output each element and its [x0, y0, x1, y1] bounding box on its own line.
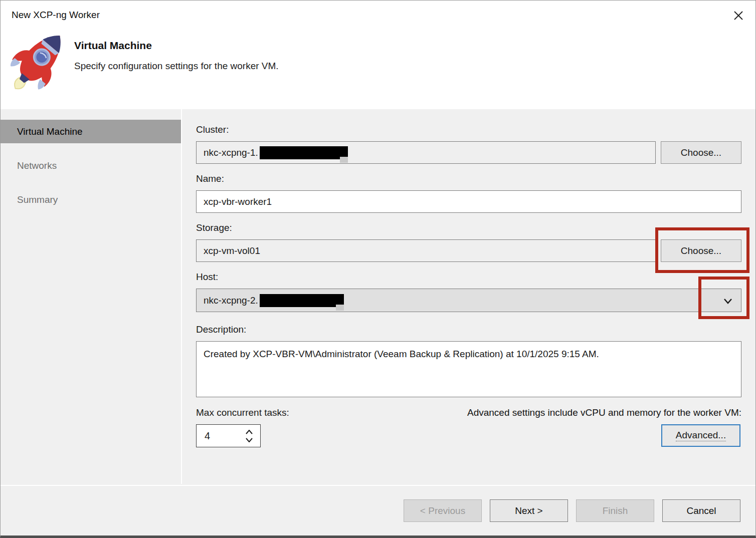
- storage-choose-button[interactable]: Choose...: [661, 239, 741, 262]
- vm-settings-form: Cluster: nkc-xcpng-1. Choose... Name: xc…: [183, 109, 756, 487]
- sidebar-item-networks[interactable]: Networks: [1, 154, 181, 177]
- chevron-down-icon[interactable]: [245, 438, 253, 442]
- chevron-up-icon[interactable]: [245, 430, 253, 434]
- name-input[interactable]: xcp-vbr-worker1: [196, 190, 741, 213]
- storage-label: Storage:: [196, 222, 232, 233]
- sidebar-item-virtual-machine[interactable]: Virtual Machine: [1, 120, 181, 143]
- wizard-steps-sidebar: Virtual Machine Networks Summary: [1, 109, 182, 484]
- spinner-arrows: [245, 430, 260, 442]
- storage-choose-label: Choose...: [681, 245, 721, 256]
- sidebar-item-label: Summary: [17, 194, 58, 205]
- description-value: Created by XCP-VBR-VM\Administrator (Vee…: [204, 349, 599, 359]
- wizard-header: New XCP-ng Worker: [1, 1, 755, 109]
- cluster-choose-label: Choose...: [681, 147, 721, 158]
- step-title: Virtual Machine: [74, 40, 152, 52]
- name-label: Name:: [196, 173, 224, 184]
- rocket-icon: [5, 27, 71, 100]
- cluster-label: Cluster:: [196, 124, 229, 135]
- description-textarea[interactable]: Created by XCP-VBR-VM\Administrator (Vee…: [196, 341, 741, 397]
- redaction-bar: [260, 146, 348, 159]
- finish-button-label: Finish: [603, 505, 628, 516]
- wizard-footer: < Previous Next > Finish Cancel: [1, 485, 755, 535]
- redaction-bar: [260, 294, 344, 307]
- cluster-value: nkc-xcpng-1.: [204, 147, 258, 158]
- close-icon: [733, 10, 744, 23]
- step-subtitle: Specify configuration settings for the w…: [74, 61, 279, 72]
- chevron-down-icon[interactable]: [723, 296, 733, 307]
- storage-field[interactable]: xcp-vm-vol01: [196, 239, 656, 262]
- max-tasks-value: 4: [197, 430, 245, 442]
- next-button[interactable]: Next >: [490, 499, 568, 522]
- sidebar-item-label: Networks: [17, 160, 57, 171]
- cluster-field[interactable]: nkc-xcpng-1.: [196, 141, 656, 164]
- advanced-button[interactable]: Advanced...: [661, 424, 740, 447]
- next-button-label: Next >: [515, 505, 542, 516]
- sidebar-item-summary[interactable]: Summary: [1, 188, 181, 211]
- name-value: xcp-vbr-worker1: [204, 196, 272, 207]
- cancel-button-label: Cancel: [686, 505, 716, 516]
- host-label: Host:: [196, 272, 218, 283]
- cluster-choose-button[interactable]: Choose...: [661, 141, 741, 164]
- finish-button: Finish: [576, 499, 654, 522]
- max-tasks-spinner[interactable]: 4: [196, 424, 261, 447]
- cancel-button[interactable]: Cancel: [662, 499, 740, 522]
- advanced-button-label: Advanced...: [676, 430, 726, 441]
- host-value: nkc-xcpng-2.: [204, 295, 258, 306]
- host-dropdown[interactable]: nkc-xcpng-2.: [196, 289, 741, 312]
- max-tasks-label: Max concurrent tasks:: [196, 407, 289, 418]
- sidebar-item-label: Virtual Machine: [17, 126, 83, 137]
- advanced-settings-hint: Advanced settings include vCPU and memor…: [467, 407, 741, 418]
- description-label: Description:: [196, 324, 246, 335]
- storage-value: xcp-vm-vol01: [204, 245, 260, 256]
- close-button[interactable]: [730, 9, 746, 25]
- window-title: New XCP-ng Worker: [12, 10, 100, 21]
- new-xcpng-worker-dialog: New XCP-ng Worker: [0, 0, 756, 538]
- previous-button-label: < Previous: [420, 505, 465, 516]
- previous-button: < Previous: [404, 499, 482, 522]
